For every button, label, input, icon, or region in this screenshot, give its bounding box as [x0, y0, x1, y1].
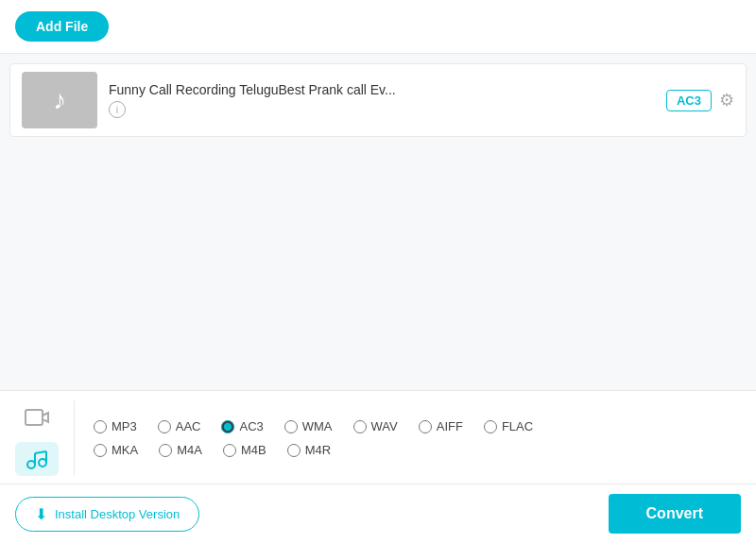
file-info: Funny Call Recording TeluguBest Prank ca… [109, 82, 655, 118]
top-bar: Add File [0, 0, 756, 54]
svg-line-6 [35, 451, 46, 453]
format-option-m4a[interactable]: M4A [159, 443, 202, 457]
file-item: ♪ Funny Call Recording TeluguBest Prank … [9, 63, 747, 137]
format-option-mka[interactable]: MKA [94, 443, 138, 457]
install-desktop-button[interactable]: ⬇ Install Desktop Version [15, 497, 199, 532]
format-badge-button[interactable]: AC3 [666, 90, 712, 111]
svg-rect-0 [26, 410, 43, 425]
audio-tab[interactable] [15, 442, 59, 476]
format-option-aac[interactable]: AAC [158, 419, 201, 433]
file-thumbnail: ♪ [22, 72, 97, 128]
download-icon: ⬇ [35, 505, 47, 523]
info-icon[interactable]: i [109, 101, 126, 118]
convert-button[interactable]: Convert [609, 494, 741, 534]
video-tab-icon [24, 404, 50, 431]
file-name: Funny Call Recording TeluguBest Prank ca… [109, 82, 655, 97]
music-icon: ♪ [53, 85, 66, 115]
audio-tab-icon [24, 446, 50, 472]
bottom-bar: ⬇ Install Desktop Version Convert [0, 484, 756, 543]
format-option-m4b[interactable]: M4B [223, 443, 266, 457]
install-label: Install Desktop Version [55, 507, 180, 521]
svg-marker-1 [43, 413, 48, 422]
svg-point-2 [27, 461, 35, 468]
file-actions: AC3 ⚙ [666, 90, 734, 111]
format-row-1: MP3 AAC AC3 WMA WAV AIFF F [94, 419, 737, 433]
format-panel: MP3 AAC AC3 WMA WAV AIFF F [0, 390, 756, 484]
format-option-wav[interactable]: WAV [353, 419, 398, 433]
format-option-m4r[interactable]: M4R [287, 443, 331, 457]
add-file-button[interactable]: Add File [15, 11, 109, 42]
format-row-2: MKA M4A M4B M4R [94, 443, 737, 457]
format-option-mp3[interactable]: MP3 [94, 419, 137, 433]
format-option-flac[interactable]: FLAC [484, 419, 533, 433]
svg-point-3 [39, 459, 46, 467]
format-options: MP3 AAC AC3 WMA WAV AIFF F [75, 414, 756, 463]
video-tab[interactable] [15, 400, 59, 434]
format-option-aiff[interactable]: AIFF [419, 419, 463, 433]
file-list-area: ♪ Funny Call Recording TeluguBest Prank … [0, 54, 756, 390]
settings-icon[interactable]: ⚙ [719, 90, 734, 110]
format-option-wma[interactable]: WMA [284, 419, 333, 433]
format-option-ac3[interactable]: AC3 [221, 419, 263, 433]
media-type-tabs [0, 400, 75, 476]
